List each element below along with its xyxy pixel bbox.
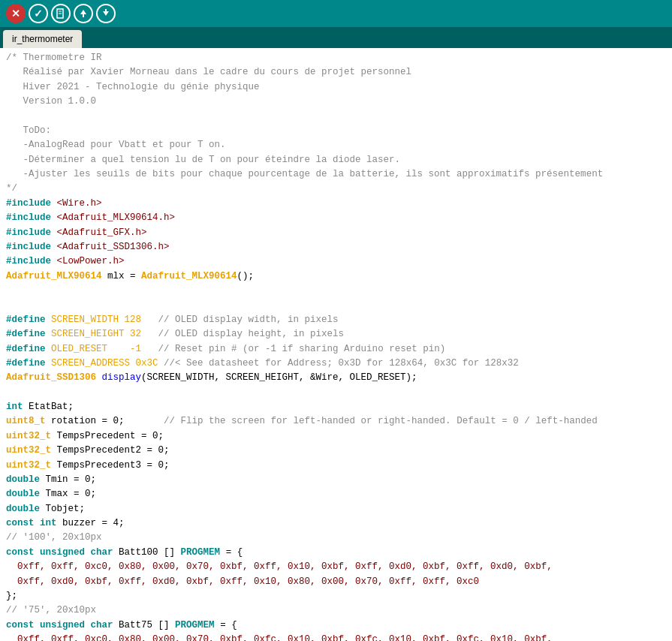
svg-marker-3 [80, 10, 86, 14]
ok-button[interactable]: ✓ [29, 4, 48, 23]
new-file-button[interactable] [51, 4, 71, 23]
svg-rect-4 [83, 14, 84, 17]
tab-bar: ir_thermometer [0, 27, 672, 48]
tab-ir-thermometer[interactable]: ir_thermometer [3, 30, 82, 48]
toolbar: ✕ ✓ [0, 0, 672, 27]
svg-rect-6 [105, 9, 107, 12]
upload-button[interactable] [74, 4, 93, 23]
close-button[interactable]: ✕ [6, 4, 26, 23]
download-button[interactable] [96, 4, 116, 23]
code-content: /* Thermometre IR Réalisé par Xavier Mor… [0, 51, 672, 641]
code-area[interactable]: /* Thermometre IR Réalisé par Xavier Mor… [0, 48, 672, 641]
